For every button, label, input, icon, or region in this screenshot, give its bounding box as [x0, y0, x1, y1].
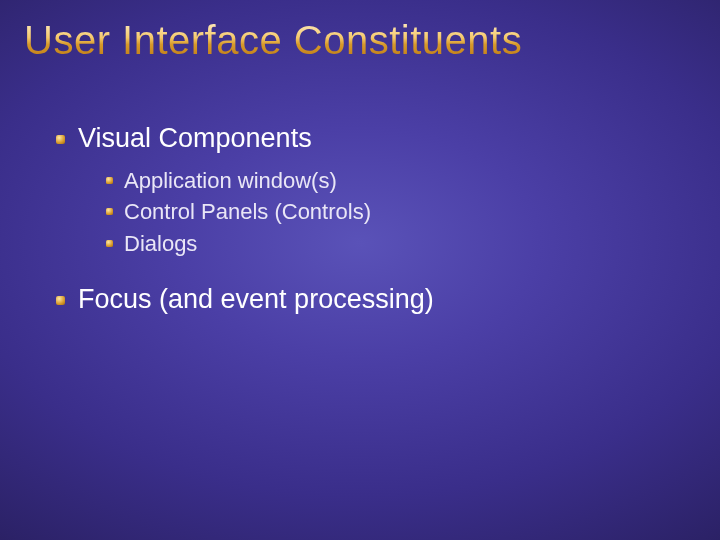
list-item: Visual Components Application window(s) … — [56, 122, 696, 259]
list-item-label: Visual Components — [78, 123, 312, 153]
list-item: Application window(s) — [106, 166, 696, 196]
bullet-list-level1: Visual Components Application window(s) … — [24, 122, 696, 317]
bullet-list-level2: Application window(s) Control Panels (Co… — [78, 166, 696, 259]
list-item-label: Focus (and event processing) — [78, 284, 434, 314]
slide: User Interface Constituents Visual Compo… — [0, 0, 720, 540]
list-item-label: Dialogs — [124, 231, 197, 256]
list-item: Focus (and event processing) — [56, 283, 696, 317]
slide-title: User Interface Constituents — [24, 18, 522, 62]
list-item: Control Panels (Controls) — [106, 197, 696, 227]
list-item-label: Control Panels (Controls) — [124, 199, 371, 224]
list-item-label: Application window(s) — [124, 168, 337, 193]
list-item: Dialogs — [106, 229, 696, 259]
